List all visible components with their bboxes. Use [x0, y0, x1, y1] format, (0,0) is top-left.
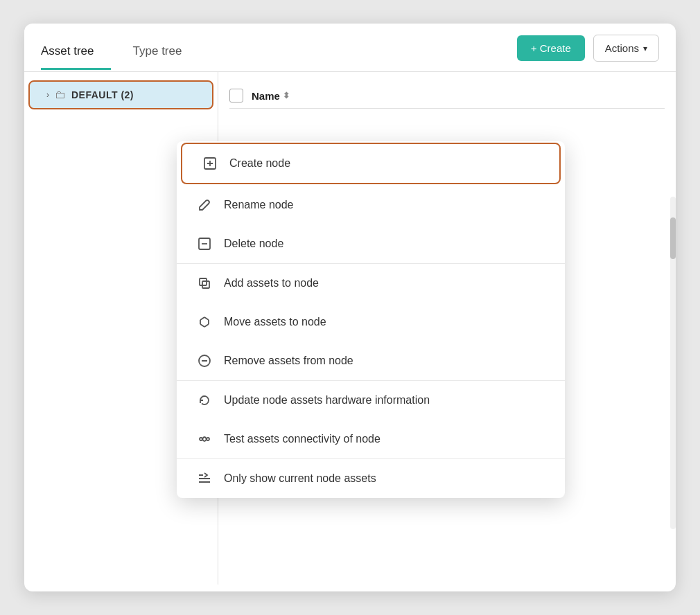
menu-item-remove-assets[interactable]: Remove assets from node	[177, 341, 565, 380]
delete-node-icon	[196, 235, 213, 252]
create-node-highlighted: Create node	[182, 144, 559, 183]
create-button-label: + Create	[531, 42, 571, 54]
tab-type-tree[interactable]: Type tree	[133, 36, 199, 70]
remove-assets-label: Remove assets from node	[224, 355, 353, 367]
chevron-right-icon: ›	[46, 90, 49, 100]
menu-item-delete-node[interactable]: Delete node	[177, 224, 565, 263]
create-node-label: Create node	[229, 157, 290, 170]
tab-asset-tree-label: Asset tree	[41, 44, 94, 57]
context-menu: Create node Rename node Delete node	[177, 141, 565, 498]
toolbar-actions: + Create Actions ▾	[517, 35, 659, 62]
create-node-icon	[202, 155, 218, 172]
update-hardware-label: Update node assets hardware information	[224, 394, 430, 407]
create-button[interactable]: + Create	[517, 35, 585, 61]
move-assets-icon	[196, 314, 213, 330]
delete-node-label: Delete node	[224, 238, 283, 250]
menu-item-only-show[interactable]: Only show current node assets	[177, 459, 565, 498]
menu-item-add-assets[interactable]: Add assets to node	[177, 264, 565, 303]
name-col-label: Name	[252, 90, 280, 102]
actions-button[interactable]: Actions ▾	[593, 35, 659, 62]
default-node-highlight: › 🗀 DEFAULT (2)	[30, 82, 212, 108]
menu-item-create-node[interactable]: Create node	[182, 144, 559, 183]
tree-node-label: DEFAULT (2)	[71, 89, 134, 100]
rename-node-icon	[196, 197, 213, 213]
tab-type-tree-label: Type tree	[133, 44, 182, 57]
svg-point-15	[200, 438, 202, 440]
menu-item-test-connectivity[interactable]: Test assets connectivity of node	[177, 420, 565, 458]
svg-point-16	[207, 438, 209, 440]
tab-asset-tree[interactable]: Asset tree	[41, 36, 111, 70]
menu-item-update-hardware[interactable]: Update node assets hardware information	[177, 381, 565, 420]
only-show-label: Only show current node assets	[224, 472, 376, 485]
main-window: Asset tree Type tree + Create Actions ▾ …	[24, 24, 676, 591]
move-assets-label: Move assets to node	[224, 316, 326, 328]
remove-assets-icon	[196, 353, 213, 369]
update-hardware-icon	[196, 392, 213, 409]
sort-icon[interactable]: ⬍	[283, 91, 290, 100]
toolbar: Asset tree Type tree + Create Actions ▾	[24, 24, 676, 72]
add-assets-label: Add assets to node	[224, 277, 319, 289]
svg-line-7	[200, 317, 204, 320]
chevron-down-icon: ▾	[643, 44, 647, 53]
svg-line-8	[204, 317, 209, 320]
select-all-checkbox[interactable]	[229, 89, 243, 102]
rename-node-label: Rename node	[224, 199, 294, 211]
scrollbar-track[interactable]	[670, 197, 676, 529]
tree-node-default[interactable]: › 🗀 DEFAULT (2)	[35, 82, 207, 108]
name-column-header: Name ⬍	[252, 90, 290, 102]
add-assets-icon	[196, 275, 213, 292]
only-show-icon	[196, 470, 213, 487]
menu-item-rename-node[interactable]: Rename node	[177, 186, 565, 224]
svg-line-9	[200, 324, 204, 327]
menu-item-move-assets[interactable]: Move assets to node	[177, 303, 565, 341]
table-header: Name ⬍	[229, 83, 665, 109]
tab-bar: Asset tree Type tree	[41, 36, 517, 70]
folder-icon: 🗀	[55, 89, 66, 101]
test-connectivity-icon	[196, 431, 213, 447]
svg-line-10	[204, 324, 209, 327]
svg-rect-6	[202, 281, 209, 288]
actions-button-label: Actions	[605, 42, 639, 54]
scrollbar-thumb[interactable]	[670, 217, 676, 259]
test-connectivity-label: Test assets connectivity of node	[224, 433, 380, 445]
svg-rect-5	[200, 278, 207, 285]
